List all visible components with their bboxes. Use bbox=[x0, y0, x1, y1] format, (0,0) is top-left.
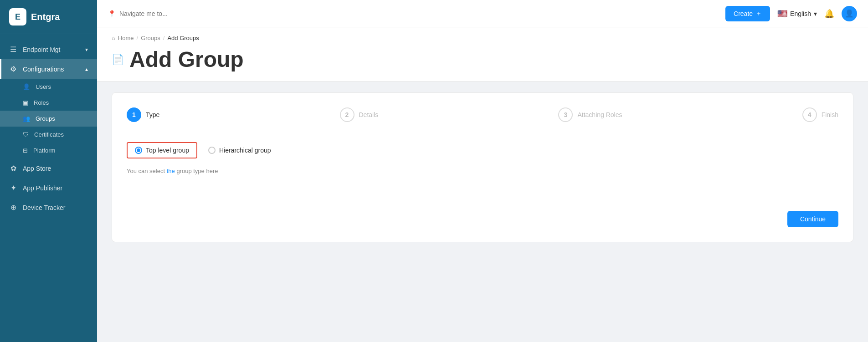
wizard-step-2: 2 Details bbox=[340, 107, 379, 122]
language-label: English bbox=[790, 10, 811, 17]
chevron-down-icon: ▾ bbox=[85, 46, 88, 53]
sidebar-item-label: Configurations bbox=[23, 66, 64, 73]
hint-after: group type here bbox=[175, 168, 218, 174]
search-input[interactable] bbox=[119, 10, 281, 17]
hint-highlight: the bbox=[167, 168, 175, 174]
notifications-icon[interactable]: 🔔 bbox=[824, 9, 834, 19]
wizard-step-4: 4 Finish bbox=[802, 107, 838, 122]
sidebar-item-platform[interactable]: ⊟ Platform bbox=[0, 143, 97, 158]
search-bar[interactable]: 📍 bbox=[108, 10, 281, 17]
continue-button[interactable]: Continue bbox=[787, 211, 838, 227]
sidebar-item-configurations[interactable]: ⚙ Configurations ▴ bbox=[0, 59, 97, 79]
user-icon: 👤 bbox=[23, 83, 30, 90]
main-content: 📍 Create ＋ 🇺🇸 English ▾ 🔔 👤 ⌂ Home bbox=[97, 0, 868, 342]
breadcrumb: ⌂ Home / Groups / Add Groups bbox=[112, 35, 853, 41]
chevron-up-icon: ▴ bbox=[85, 66, 88, 72]
sidebar-item-label: App Store bbox=[23, 165, 51, 172]
chevron-down-icon: ▾ bbox=[814, 10, 817, 17]
radio-group: Top level group Hierarchical group bbox=[127, 142, 838, 158]
create-label: Create bbox=[734, 10, 753, 17]
page-content: ⌂ Home / Groups / Add Groups 📄 Add Group… bbox=[97, 27, 868, 342]
sidebar-item-roles[interactable]: ▣ Roles bbox=[0, 95, 97, 111]
sidebar-item-label: Platform bbox=[33, 147, 55, 154]
sidebar-item-groups[interactable]: 👥 Groups bbox=[0, 111, 97, 127]
breadcrumb-sep-1: / bbox=[137, 35, 139, 41]
sidebar-item-label: Users bbox=[36, 83, 51, 90]
hierarchical-group-option[interactable]: Hierarchical group bbox=[208, 147, 271, 154]
step-connector-1 bbox=[165, 115, 334, 115]
app-publisher-icon: ✦ bbox=[9, 184, 17, 192]
wizard-footer: Continue bbox=[127, 211, 838, 227]
logo-icon: E bbox=[9, 8, 26, 26]
app-store-icon: ✿ bbox=[9, 164, 17, 173]
sidebar-item-label: Device Tracker bbox=[23, 204, 65, 211]
platform-icon: ⊟ bbox=[23, 147, 28, 154]
configurations-icon: ⚙ bbox=[9, 65, 17, 73]
sidebar-item-device-tracker[interactable]: ⊕ Device Tracker bbox=[0, 198, 97, 217]
step-connector-3 bbox=[628, 115, 797, 115]
top-level-radio-btn bbox=[135, 147, 142, 154]
page-header: ⌂ Home / Groups / Add Groups 📄 Add Group bbox=[97, 27, 868, 82]
sidebar-item-label: Endpoint Mgt bbox=[23, 46, 61, 53]
topbar-right: Create ＋ 🇺🇸 English ▾ 🔔 👤 bbox=[725, 6, 857, 21]
sidebar-item-label: Groups bbox=[36, 115, 55, 122]
sidebar-item-app-store[interactable]: ✿ App Store bbox=[0, 158, 97, 178]
hierarchical-group-label: Hierarchical group bbox=[219, 147, 271, 154]
group-type-section: Top level group Hierarchical group You c… bbox=[127, 138, 838, 193]
flag-icon: 🇺🇸 bbox=[777, 9, 787, 19]
step-3-circle: 3 bbox=[558, 107, 573, 122]
user-avatar[interactable]: 👤 bbox=[842, 6, 857, 21]
sidebar-item-label: Certificates bbox=[34, 131, 64, 138]
sidebar-item-label: Roles bbox=[34, 99, 49, 106]
logo-name: Entgra bbox=[31, 12, 60, 22]
top-level-group-option[interactable]: Top level group bbox=[127, 142, 197, 158]
groups-icon: 👥 bbox=[23, 115, 30, 122]
navigate-icon: 📍 bbox=[108, 10, 116, 17]
top-level-group-label: Top level group bbox=[146, 147, 189, 154]
breadcrumb-sep-2: / bbox=[163, 35, 165, 41]
roles-icon: ▣ bbox=[23, 99, 28, 106]
plus-icon: ＋ bbox=[755, 10, 762, 18]
step-4-label: Finish bbox=[822, 111, 838, 118]
step-1-circle: 1 bbox=[127, 107, 141, 122]
endpoint-mgt-icon: ☰ bbox=[9, 45, 17, 54]
device-tracker-icon: ⊕ bbox=[9, 203, 17, 212]
sidebar: E Entgra ☰ Endpoint Mgt ▾ ⚙ Configuratio… bbox=[0, 0, 97, 342]
wizard-container: 1 Type 2 Details 3 bbox=[112, 92, 853, 242]
sidebar-item-certificates[interactable]: 🛡 Certificates bbox=[0, 127, 97, 143]
step-1-label: Type bbox=[146, 111, 159, 118]
breadcrumb-current: Add Groups bbox=[167, 35, 199, 41]
hint-before: You can select bbox=[127, 168, 167, 174]
breadcrumb-home[interactable]: Home bbox=[118, 35, 134, 41]
wizard-step-1: 1 Type bbox=[127, 107, 159, 122]
add-group-icon: 📄 bbox=[112, 54, 124, 66]
avatar-icon: 👤 bbox=[845, 9, 854, 18]
topbar: 📍 Create ＋ 🇺🇸 English ▾ 🔔 👤 bbox=[97, 0, 868, 27]
hint-text: You can select the group type here bbox=[127, 168, 838, 174]
breadcrumb-groups[interactable]: Groups bbox=[141, 35, 160, 41]
step-4-circle: 4 bbox=[802, 107, 817, 122]
create-button[interactable]: Create ＋ bbox=[725, 6, 770, 21]
sidebar-item-users[interactable]: 👤 Users bbox=[0, 79, 97, 95]
language-selector[interactable]: 🇺🇸 English ▾ bbox=[777, 9, 817, 19]
wizard-steps: 1 Type 2 Details 3 bbox=[127, 107, 838, 122]
step-3-label: Attaching Roles bbox=[577, 111, 622, 118]
sidebar-item-label: App Publisher bbox=[23, 184, 62, 192]
logo[interactable]: E Entgra bbox=[0, 0, 97, 34]
certificates-icon: 🛡 bbox=[23, 131, 29, 138]
step-2-circle: 2 bbox=[340, 107, 354, 122]
wizard-step-3: 3 Attaching Roles bbox=[558, 107, 622, 122]
sidebar-item-app-publisher[interactable]: ✦ App Publisher bbox=[0, 178, 97, 198]
sidebar-nav: ☰ Endpoint Mgt ▾ ⚙ Configurations ▴ 👤 Us… bbox=[0, 34, 97, 342]
step-connector-2 bbox=[384, 115, 553, 115]
step-2-label: Details bbox=[359, 111, 379, 118]
home-icon: ⌂ bbox=[112, 35, 115, 41]
page-title: 📄 Add Group bbox=[112, 47, 853, 72]
hierarchical-radio-btn bbox=[208, 147, 216, 154]
page-title-text: Add Group bbox=[129, 47, 244, 72]
sidebar-item-endpoint-mgt[interactable]: ☰ Endpoint Mgt ▾ bbox=[0, 40, 97, 59]
